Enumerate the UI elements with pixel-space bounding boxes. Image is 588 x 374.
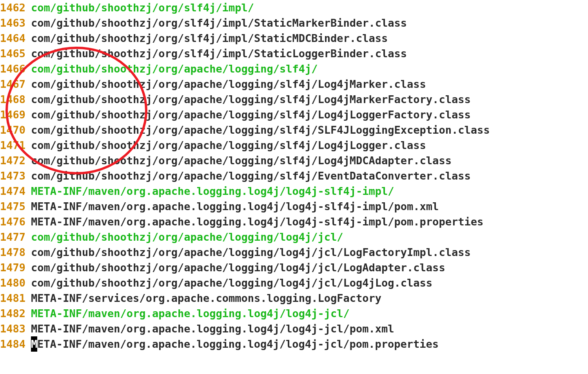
code-line[interactable]: 1470com/github/shoothzj/org/apache/loggi… <box>0 122 588 138</box>
file-path: META-INF/maven/org.apache.logging.log4j/… <box>31 199 439 214</box>
file-path: com/github/shoothzj/org/slf4j/impl/Stati… <box>31 31 388 46</box>
line-number: 1482 <box>0 306 31 321</box>
line-number: 1475 <box>0 199 31 214</box>
file-path: com/github/shoothzj/org/apache/logging/s… <box>31 76 426 92</box>
file-path: com/github/shoothzj/org/apache/logging/l… <box>31 275 432 290</box>
file-path: com/github/shoothzj/org/apache/logging/s… <box>31 168 471 183</box>
code-line[interactable]: 1478com/github/shoothzj/org/apache/loggi… <box>0 245 588 260</box>
code-line[interactable]: 1463com/github/shoothzj/org/slf4j/impl/S… <box>0 15 588 31</box>
file-path: com/github/shoothzj/org/apache/logging/s… <box>31 92 471 107</box>
code-line[interactable]: 1474META-INF/maven/org.apache.logging.lo… <box>0 183 588 199</box>
code-line[interactable]: 1484META-INF/maven/org.apache.logging.lo… <box>0 336 588 352</box>
file-path: com/github/shoothzj/org/apache/logging/s… <box>31 138 426 153</box>
code-line[interactable]: 1481META-INF/services/org.apache.commons… <box>0 290 588 306</box>
line-number: 1473 <box>0 168 31 183</box>
code-listing: 1462com/github/shoothzj/org/slf4j/impl/1… <box>0 0 588 352</box>
code-line[interactable]: 1477com/github/shoothzj/org/apache/loggi… <box>0 229 588 245</box>
code-line[interactable]: 1483META-INF/maven/org.apache.logging.lo… <box>0 321 588 336</box>
code-line[interactable]: 1479com/github/shoothzj/org/apache/loggi… <box>0 260 588 275</box>
code-line[interactable]: 1475META-INF/maven/org.apache.logging.lo… <box>0 199 588 214</box>
code-line[interactable]: 1471com/github/shoothzj/org/apache/loggi… <box>0 138 588 153</box>
directory-path: com/github/shoothzj/org/slf4j/impl/ <box>31 0 254 15</box>
directory-path: com/github/shoothzj/org/apache/logging/l… <box>31 229 343 245</box>
code-line[interactable]: 1482META-INF/maven/org.apache.logging.lo… <box>0 306 588 321</box>
code-line[interactable]: 1466com/github/shoothzj/org/apache/loggi… <box>0 61 588 76</box>
line-number: 1481 <box>0 290 31 306</box>
line-number: 1478 <box>0 245 31 260</box>
directory-path: META-INF/maven/org.apache.logging.log4j/… <box>31 183 394 199</box>
code-line[interactable]: 1476META-INF/maven/org.apache.logging.lo… <box>0 214 588 229</box>
file-path: com/github/shoothzj/org/apache/logging/l… <box>31 245 471 260</box>
file-path: com/github/shoothzj/org/slf4j/impl/Stati… <box>31 15 407 31</box>
code-line[interactable]: 1462com/github/shoothzj/org/slf4j/impl/ <box>0 0 588 15</box>
line-number: 1470 <box>0 122 31 138</box>
file-path: META-INF/maven/org.apache.logging.log4j/… <box>31 321 394 336</box>
file-path: com/github/shoothzj/org/apache/logging/s… <box>31 122 490 138</box>
line-number: 1465 <box>0 46 31 61</box>
line-number: 1466 <box>0 61 31 76</box>
file-path: com/github/shoothzj/org/apache/logging/l… <box>31 260 445 275</box>
code-line[interactable]: 1465com/github/shoothzj/org/slf4j/impl/S… <box>0 46 588 61</box>
file-path: com/github/shoothzj/org/apache/logging/s… <box>31 107 471 122</box>
code-line[interactable]: 1468com/github/shoothzj/org/apache/loggi… <box>0 92 588 107</box>
line-number: 1469 <box>0 107 31 122</box>
file-path: com/github/shoothzj/org/apache/logging/s… <box>31 153 452 168</box>
file-path: META-INF/services/org.apache.commons.log… <box>31 290 381 306</box>
directory-path: com/github/shoothzj/org/apache/logging/s… <box>31 61 318 76</box>
code-line[interactable]: 1464com/github/shoothzj/org/slf4j/impl/S… <box>0 31 588 46</box>
line-number: 1480 <box>0 275 31 290</box>
line-number: 1472 <box>0 153 31 168</box>
line-number: 1477 <box>0 229 31 245</box>
code-line[interactable]: 1467com/github/shoothzj/org/apache/loggi… <box>0 76 588 92</box>
line-number: 1471 <box>0 138 31 153</box>
line-number: 1484 <box>0 336 31 352</box>
line-number: 1476 <box>0 214 31 229</box>
file-path: META-INF/maven/org.apache.logging.log4j/… <box>31 214 483 229</box>
code-line[interactable]: 1473com/github/shoothzj/org/apache/loggi… <box>0 168 588 183</box>
line-number: 1468 <box>0 92 31 107</box>
cursor-icon: M <box>31 336 37 352</box>
directory-path: META-INF/maven/org.apache.logging.log4j/… <box>31 306 350 321</box>
code-line[interactable]: 1480com/github/shoothzj/org/apache/loggi… <box>0 275 588 290</box>
line-number: 1464 <box>0 31 31 46</box>
line-number: 1474 <box>0 183 31 199</box>
file-path: META-INF/maven/org.apache.logging.log4j/… <box>31 336 439 352</box>
code-line[interactable]: 1472com/github/shoothzj/org/apache/loggi… <box>0 153 588 168</box>
line-number: 1467 <box>0 76 31 92</box>
code-line[interactable]: 1469com/github/shoothzj/org/apache/loggi… <box>0 107 588 122</box>
line-number: 1462 <box>0 0 31 15</box>
line-number: 1463 <box>0 15 31 31</box>
line-number: 1483 <box>0 321 31 336</box>
file-path: com/github/shoothzj/org/slf4j/impl/Stati… <box>31 46 407 61</box>
line-number: 1479 <box>0 260 31 275</box>
